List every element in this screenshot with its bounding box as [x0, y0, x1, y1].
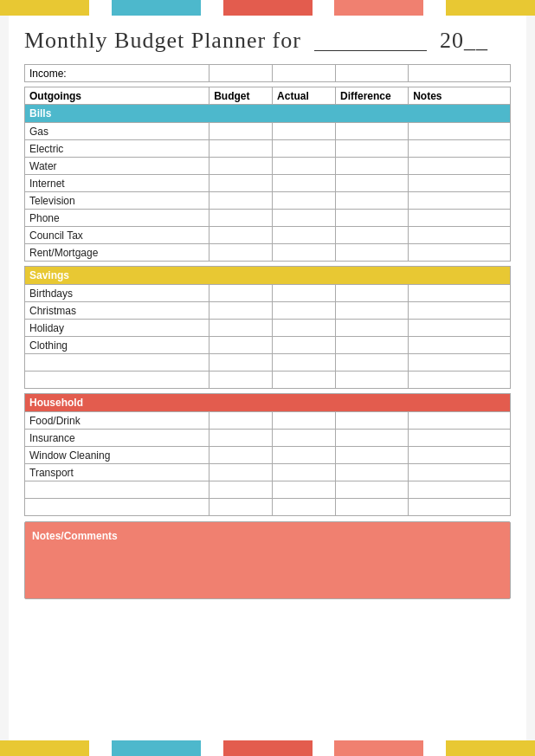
row-label: Window Cleaning [25, 447, 209, 464]
row-cell [336, 320, 409, 337]
row-cell [336, 210, 409, 227]
table-row: Window Cleaning [25, 447, 511, 464]
income-notes [409, 65, 511, 82]
notes-section: Notes/Comments [24, 521, 511, 599]
row-cell [273, 464, 336, 481]
year-prefix: 20 [440, 28, 464, 53]
bar-segment [0, 0, 89, 16]
row-cell [273, 244, 336, 262]
row-cell [209, 302, 273, 320]
row-cell [273, 158, 336, 175]
col-header-notes: Notes [409, 87, 511, 105]
bar-segment [89, 0, 112, 16]
year-suffix: __ [464, 28, 488, 53]
row-label: Television [25, 192, 209, 210]
notes-label: Notes/Comments [32, 530, 118, 542]
row-cell [409, 337, 511, 354]
row-cell [273, 447, 336, 464]
row-cell [273, 123, 336, 140]
row-cell [273, 412, 336, 430]
bar-segment [112, 0, 201, 16]
row-cell [273, 337, 336, 354]
row-cell [209, 158, 273, 175]
bar-segment [423, 0, 446, 16]
table-row: Television [25, 192, 511, 210]
row-cell [273, 175, 336, 192]
savings-label: Savings [25, 267, 511, 285]
household-category-header: Household [25, 394, 511, 412]
row-cell [409, 447, 511, 464]
row-cell [336, 412, 409, 430]
empty-row-1 [25, 354, 511, 372]
income-budget [209, 65, 273, 82]
bar-segment [334, 740, 423, 756]
row-cell [209, 244, 273, 262]
row-cell [209, 210, 273, 227]
bills-body: GasElectricWaterInternetTelevisionPhoneC… [25, 123, 511, 262]
row-cell [273, 210, 336, 227]
main-content: Monthly Budget Planner for 20__ Income: … [9, 16, 526, 740]
row-cell [209, 140, 273, 158]
row-cell [209, 464, 273, 481]
row-label: Electric [25, 140, 209, 158]
row-cell [409, 285, 511, 302]
bar-segment [201, 0, 223, 16]
row-cell [336, 285, 409, 302]
row-cell [273, 302, 336, 320]
row-cell [209, 175, 273, 192]
title-text: Monthly Budget Planner for [24, 28, 301, 53]
row-label: Insurance [25, 430, 209, 447]
bar-segment [423, 740, 446, 756]
name-line [314, 24, 427, 51]
bar-segment [334, 0, 423, 16]
empty-row-3 [25, 481, 511, 499]
table-row: Holiday [25, 320, 511, 337]
row-cell [336, 464, 409, 481]
row-cell [409, 244, 511, 262]
row-cell [409, 210, 511, 227]
row-label: Clothing [25, 337, 209, 354]
row-cell [209, 337, 273, 354]
row-cell [336, 158, 409, 175]
row-label: Rent/Mortgage [25, 244, 209, 262]
row-cell [336, 244, 409, 262]
bottom-bar [0, 740, 535, 756]
row-cell [273, 285, 336, 302]
table-row: Transport [25, 464, 511, 481]
col-header-budget: Budget [209, 87, 273, 105]
table-row: Birthdays [25, 285, 511, 302]
row-cell [336, 227, 409, 244]
table-row: Gas [25, 123, 511, 140]
table-row: Food/Drink [25, 412, 511, 430]
row-cell [409, 140, 511, 158]
row-cell [336, 302, 409, 320]
row-cell [336, 447, 409, 464]
table-row: Christmas [25, 302, 511, 320]
bar-segment [446, 0, 535, 16]
bills-category-header: Bills [25, 105, 511, 123]
row-cell [336, 140, 409, 158]
empty-row-4 [25, 499, 511, 516]
income-actual [273, 65, 336, 82]
row-cell [409, 227, 511, 244]
row-label: Birthdays [25, 285, 209, 302]
row-cell [273, 227, 336, 244]
row-label: Transport [25, 464, 209, 481]
row-cell [409, 430, 511, 447]
savings-category-header: Savings [25, 267, 511, 285]
row-label: Council Tax [25, 227, 209, 244]
row-cell [209, 192, 273, 210]
row-label: Internet [25, 175, 209, 192]
row-label: Food/Drink [25, 412, 209, 430]
row-cell [209, 123, 273, 140]
empty-row-2 [25, 372, 511, 389]
row-cell [409, 464, 511, 481]
row-cell [409, 158, 511, 175]
table-header-row: Outgoings Budget Actual Difference Notes [25, 87, 511, 105]
budget-table: Income: Outgoings Budget Actual Differen… [24, 64, 511, 516]
row-cell [409, 123, 511, 140]
table-row: Clothing [25, 337, 511, 354]
bar-segment [446, 740, 535, 756]
row-cell [209, 447, 273, 464]
row-cell [336, 123, 409, 140]
